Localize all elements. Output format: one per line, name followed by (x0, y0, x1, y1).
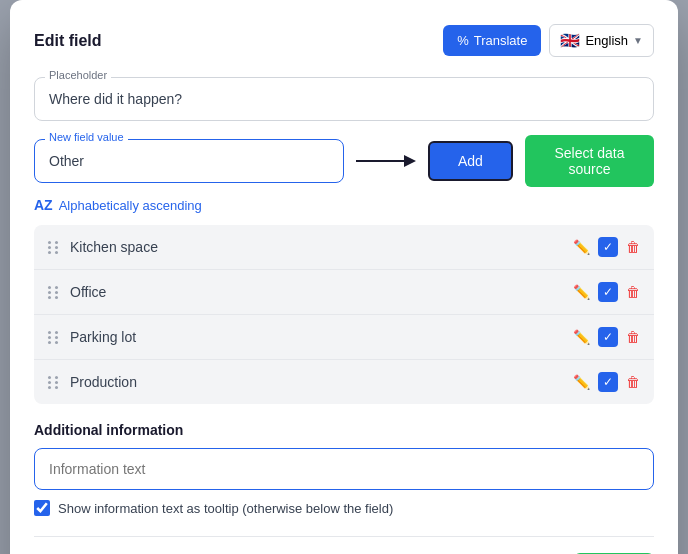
tooltip-label: Show information text as tooltip (otherw… (58, 501, 393, 516)
language-selector[interactable]: 🇬🇧 English ▼ (549, 24, 654, 57)
placeholder-field-container: Placeholder (34, 77, 654, 121)
item-label: Parking lot (70, 329, 573, 345)
add-button[interactable]: Add (428, 141, 513, 181)
drag-handle[interactable] (48, 286, 60, 299)
delete-icon[interactable]: 🗑 (626, 374, 640, 390)
sort-row[interactable]: AZ Alphabetically ascending (34, 197, 654, 213)
edit-icon[interactable]: ✏️ (573, 239, 590, 255)
list-item: Parking lot ✏️ ✓ 🗑 (34, 315, 654, 360)
chevron-down-icon: ▼ (633, 35, 643, 46)
item-label: Kitchen space (70, 239, 573, 255)
placeholder-input[interactable] (49, 91, 639, 107)
additional-info-heading: Additional information (34, 422, 654, 438)
new-field-container: New field value (34, 139, 344, 183)
add-row: New field value Add Select data source (34, 135, 654, 187)
placeholder-field-label: Placeholder (45, 69, 111, 81)
delete-icon[interactable]: 🗑 (626, 284, 640, 300)
check-icon[interactable]: ✓ (598, 372, 618, 392)
check-icon[interactable]: ✓ (598, 237, 618, 257)
edit-field-modal: Edit field % Translate 🇬🇧 English ▼ Plac… (10, 0, 678, 554)
modal-title: Edit field (34, 32, 102, 50)
item-actions: ✏️ ✓ 🗑 (573, 327, 640, 347)
list-item: Kitchen space ✏️ ✓ 🗑 (34, 225, 654, 270)
items-list: Kitchen space ✏️ ✓ 🗑 Office ✏️ ✓ 🗑 (34, 225, 654, 404)
item-actions: ✏️ ✓ 🗑 (573, 237, 640, 257)
new-field-label: New field value (45, 131, 128, 143)
sort-label: Alphabetically ascending (59, 198, 202, 213)
modal-footer: Close Save (34, 536, 654, 554)
tooltip-checkbox[interactable] (34, 500, 50, 516)
drag-handle[interactable] (48, 241, 60, 254)
info-text-input[interactable] (34, 448, 654, 490)
item-label: Office (70, 284, 573, 300)
check-icon[interactable]: ✓ (598, 327, 618, 347)
az-icon: AZ (34, 197, 53, 213)
new-field-input[interactable] (49, 153, 329, 169)
tooltip-checkbox-row: Show information text as tooltip (otherw… (34, 500, 654, 516)
language-label: English (585, 33, 628, 48)
delete-icon[interactable]: 🗑 (626, 329, 640, 345)
translate-icon: % (457, 33, 469, 48)
edit-icon[interactable]: ✏️ (573, 329, 590, 345)
list-item: Production ✏️ ✓ 🗑 (34, 360, 654, 404)
flag-icon: 🇬🇧 (560, 31, 580, 50)
delete-icon[interactable]: 🗑 (626, 239, 640, 255)
drag-handle[interactable] (48, 331, 60, 344)
check-icon[interactable]: ✓ (598, 282, 618, 302)
arrow-indicator (356, 151, 416, 171)
new-field-wrapper: New field value (34, 139, 344, 183)
item-actions: ✏️ ✓ 🗑 (573, 282, 640, 302)
item-label: Production (70, 374, 573, 390)
select-data-source-button[interactable]: Select data source (525, 135, 654, 187)
svg-marker-1 (404, 155, 416, 167)
drag-handle[interactable] (48, 376, 60, 389)
translate-label: Translate (474, 33, 528, 48)
modal-header: Edit field % Translate 🇬🇧 English ▼ (34, 24, 654, 57)
edit-icon[interactable]: ✏️ (573, 374, 590, 390)
translate-button[interactable]: % Translate (443, 25, 541, 56)
list-item: Office ✏️ ✓ 🗑 (34, 270, 654, 315)
item-actions: ✏️ ✓ 🗑 (573, 372, 640, 392)
edit-icon[interactable]: ✏️ (573, 284, 590, 300)
arrow-icon (356, 151, 416, 171)
header-actions: % Translate 🇬🇧 English ▼ (443, 24, 654, 57)
